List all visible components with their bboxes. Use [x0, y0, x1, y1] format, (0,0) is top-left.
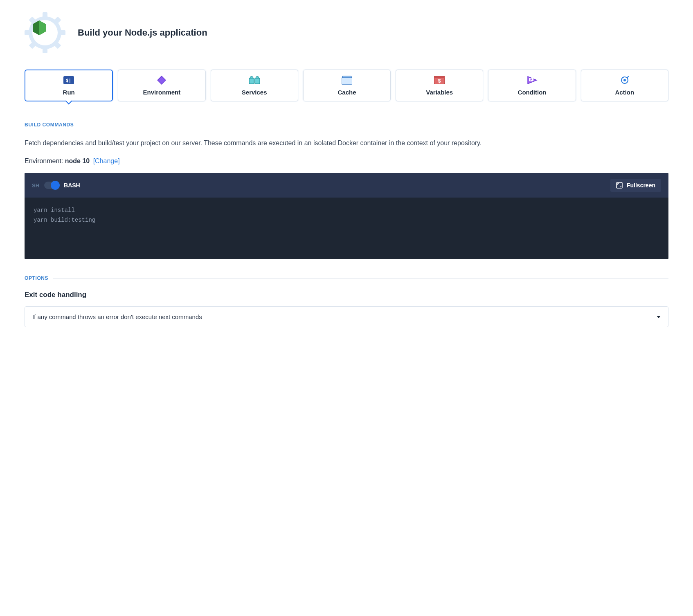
chevron-down-icon: [657, 316, 661, 318]
change-environment-link[interactable]: [Change]: [93, 157, 120, 164]
shell-toggle[interactable]: [44, 182, 59, 189]
gear-badge: [25, 12, 65, 53]
exit-code-select[interactable]: If any command throws an error don't exe…: [25, 306, 668, 327]
tab-variables[interactable]: $ Variables: [396, 70, 483, 101]
page-title: Build your Node.js application: [78, 27, 207, 38]
environment-row: Environment: node 10 [Change]: [25, 157, 668, 165]
svg-rect-2: [43, 47, 47, 53]
environment-value: node 10: [65, 157, 90, 164]
svg-point-26: [623, 79, 626, 81]
svg-rect-14: [158, 76, 166, 84]
containers-icon: [249, 76, 260, 85]
command-textarea[interactable]: yarn install yarn build:testing: [25, 198, 668, 259]
svg-text:$: $: [438, 78, 441, 84]
exit-code-heading: Exit code handling: [25, 291, 668, 299]
tab-services[interactable]: Services: [211, 70, 298, 101]
section-options: OPTIONS: [25, 275, 668, 281]
svg-marker-10: [39, 20, 46, 35]
fullscreen-button[interactable]: Fullscreen: [610, 179, 661, 192]
dollar-icon: $: [434, 76, 445, 85]
diamond-icon: [157, 76, 166, 85]
divider: [79, 125, 668, 125]
svg-text:$|: $|: [66, 78, 71, 83]
nodejs-icon: [32, 20, 46, 36]
svg-marker-11: [33, 20, 39, 35]
tab-label: Services: [242, 89, 267, 96]
fullscreen-icon: [616, 182, 623, 189]
svg-rect-15: [249, 78, 254, 84]
select-value: If any command throws an error don't exe…: [32, 313, 202, 320]
sh-label: SH: [32, 182, 39, 189]
tab-run[interactable]: $| Run: [25, 70, 113, 101]
page-header: Build your Node.js application: [25, 12, 668, 53]
fullscreen-label: Fullscreen: [627, 182, 655, 189]
svg-text:IF: IF: [529, 78, 532, 81]
section-label: OPTIONS: [25, 275, 48, 281]
tab-label: Run: [63, 89, 75, 96]
section-build-commands: BUILD COMMANDS: [25, 122, 668, 128]
tab-label: Variables: [426, 89, 453, 96]
folder-icon: [342, 76, 352, 85]
svg-rect-18: [342, 78, 352, 84]
svg-rect-16: [255, 78, 260, 84]
svg-rect-27: [616, 182, 622, 188]
environment-label: Environment:: [25, 157, 63, 164]
svg-rect-1: [43, 12, 47, 19]
play-if-icon: IF: [527, 76, 538, 85]
tab-condition[interactable]: IF Condition: [488, 70, 576, 101]
divider: [53, 278, 668, 279]
section-label: BUILD COMMANDS: [25, 122, 74, 128]
tab-label: Cache: [338, 89, 356, 96]
tab-label: Action: [615, 89, 634, 96]
tab-label: Condition: [518, 89, 547, 96]
bash-label: BASH: [64, 182, 80, 189]
build-description: Fetch dependencies and build/test your p…: [25, 137, 668, 148]
tab-environment[interactable]: Environment: [118, 70, 205, 101]
shell-switch-group: SH BASH: [32, 182, 80, 189]
gear-tool-icon: [620, 76, 630, 85]
tab-label: Environment: [143, 89, 181, 96]
tab-action[interactable]: Action: [581, 70, 668, 101]
command-editor: SH BASH Fullscreen yarn install yarn bui…: [25, 173, 668, 259]
svg-rect-3: [25, 30, 31, 35]
tabs-row: $| Run Environment Services Cache $ Vari…: [25, 70, 668, 101]
terminal-icon: $|: [63, 76, 74, 85]
editor-header: SH BASH Fullscreen: [25, 173, 668, 198]
svg-rect-4: [59, 30, 65, 35]
tab-cache[interactable]: Cache: [303, 70, 391, 101]
